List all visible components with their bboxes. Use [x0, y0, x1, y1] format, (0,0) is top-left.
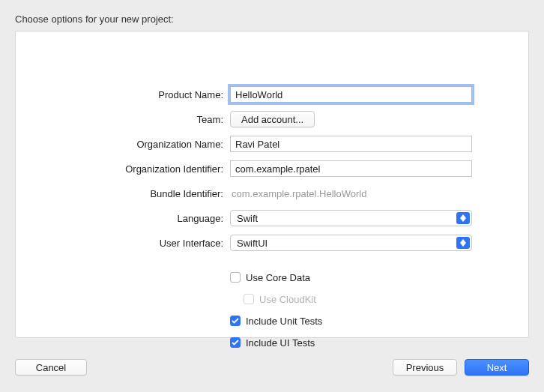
org-name-input[interactable] [230, 136, 472, 152]
unit-tests-checkbox-label: Include Unit Tests [246, 316, 322, 327]
row-org-id: Organization Identifier: [31, 160, 472, 178]
add-account-button[interactable]: Add account... [230, 111, 315, 127]
product-name-input[interactable] [230, 86, 472, 103]
language-select-value: Swift [237, 213, 258, 224]
row-user-interface: User Interface: SwiftUI [31, 234, 472, 252]
org-id-label: Organization Identifier: [31, 163, 230, 175]
options-panel: Product Name: Team: Add account... Organ… [15, 31, 529, 338]
row-team: Team: Add account... [31, 110, 472, 128]
org-name-label: Organization Name: [31, 139, 230, 150]
language-label: Language: [31, 213, 230, 224]
row-cloudkit: Use CloudKit [31, 292, 472, 307]
user-interface-select-value: SwiftUI [237, 238, 268, 249]
page-title: Choose options for your new project: [15, 13, 174, 25]
previous-button[interactable]: Previous [393, 359, 457, 376]
row-core-data: Use Core Data [31, 270, 472, 285]
updown-icon [456, 212, 470, 224]
row-org-name: Organization Name: [31, 135, 472, 153]
row-bundle-id: Bundle Identifier: com.example.rpatel.He… [31, 184, 472, 202]
ui-label: User Interface: [31, 238, 230, 249]
team-label: Team: [31, 114, 230, 125]
product-name-label: Product Name: [31, 89, 230, 100]
bundle-id-label: Bundle Identifier: [31, 188, 230, 199]
row-unit-tests: Include Unit Tests [31, 313, 472, 328]
row-product-name: Product Name: [31, 85, 472, 103]
user-interface-select[interactable]: SwiftUI [230, 235, 472, 251]
cloudkit-checkbox-label: Use CloudKit [259, 294, 316, 305]
footer: Cancel Previous Next [0, 344, 544, 392]
updown-icon [456, 237, 470, 249]
language-select[interactable]: Swift [230, 210, 472, 226]
bundle-id-value: com.example.rpatel.HelloWorld [230, 188, 366, 199]
core-data-checkbox-label: Use Core Data [246, 272, 310, 283]
cancel-button[interactable]: Cancel [15, 359, 87, 376]
cloudkit-checkbox [244, 294, 254, 304]
next-button[interactable]: Next [465, 359, 529, 376]
org-id-input[interactable] [230, 160, 472, 177]
core-data-checkbox[interactable] [230, 272, 241, 283]
row-language: Language: Swift [31, 209, 472, 227]
unit-tests-checkbox[interactable] [230, 316, 241, 326]
options-form: Product Name: Team: Add account... Organ… [16, 85, 528, 350]
